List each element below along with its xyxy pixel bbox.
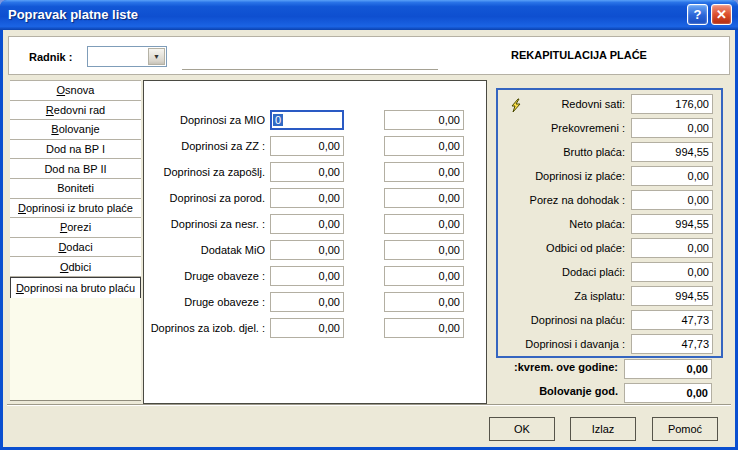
close-icon[interactable]: ✕ <box>711 4 732 25</box>
field-label: Druge obaveze : <box>144 270 270 282</box>
form-input[interactable]: 0,00 <box>270 292 344 312</box>
form-input[interactable]: 0 <box>270 110 344 130</box>
ok-button[interactable]: OK <box>489 417 555 441</box>
sidebar-item-porezi[interactable]: Porezi <box>10 218 141 238</box>
summary-row: Prekovremeni : 0,00 <box>498 118 721 137</box>
form-row: Druge obaveze : 0,00 0,00 <box>144 292 486 312</box>
form-input[interactable]: 0,00 <box>384 292 464 312</box>
summary-label: Doprinosi i davanja : <box>504 338 631 350</box>
sidebar: Osnova Redovni rad Bolovanje Dod na BP I… <box>10 80 141 401</box>
form-input[interactable]: 0,00 <box>384 110 464 130</box>
summary-label: Neto plaća: <box>504 218 631 230</box>
form-input[interactable]: 0,00 <box>270 266 344 286</box>
summary-row: Odbici od plaće: 0,00 <box>498 238 721 257</box>
selected-text: 0 <box>273 114 283 126</box>
recap-panel: Redovni sati: 176,00 Prekovremeni : 0,00… <box>496 88 723 358</box>
summary-value[interactable]: 0,00 <box>631 238 713 258</box>
summary-row: Doprinosi na plaću: 47,73 <box>498 310 721 329</box>
izlaz-button[interactable]: Izlaz <box>570 417 636 441</box>
sidebar-item-doprinosi-iz-bruto-place[interactable]: Doprinosi iz bruto plaće <box>10 199 141 219</box>
summary-label: Za isplatu: <box>504 290 631 302</box>
summary-label: Prekovremeni : <box>504 122 631 134</box>
summary-value[interactable]: 0,00 <box>631 190 713 210</box>
summary-label: Doprinosi iz plaće: <box>504 170 631 182</box>
sidebar-item-boniteti[interactable]: Boniteti <box>10 179 141 199</box>
prekovremeni-godine-value[interactable]: 0,00 <box>624 359 712 379</box>
form-row: Doprinosi za MIO 0 0,00 <box>144 110 486 130</box>
summary-value[interactable]: 994,55 <box>631 214 713 234</box>
dialog-body: Radnik : ▼ REKAPITULACIJA PLAĆE Osnova R… <box>3 30 735 447</box>
summary-value[interactable]: 0,00 <box>631 118 713 138</box>
summary-value[interactable]: 994,55 <box>631 142 713 162</box>
summary-label: Odbici od plaće: <box>504 242 631 254</box>
summary-label: Porez na dohodak : <box>504 194 631 206</box>
form-input[interactable]: 0,00 <box>384 214 464 234</box>
radnik-name-underline <box>182 69 438 70</box>
form-input[interactable]: 0,00 <box>270 318 344 338</box>
summary-value[interactable]: 0,00 <box>631 166 713 186</box>
form-row: Doprinosi za ZZ : 0,00 0,00 <box>144 136 486 156</box>
field-label: Doprinos za izob. djel. : <box>144 322 270 334</box>
summary-row: Dodaci plaći: 0,00 <box>498 262 721 281</box>
form-row: Doprinos za izob. djel. : 0,00 0,00 <box>144 318 486 338</box>
sidebar-item-odbici[interactable]: Odbici <box>10 257 141 277</box>
form-row: Dodatak MiO 0,00 0,00 <box>144 240 486 260</box>
sidebar-item-osnova[interactable]: Osnova <box>10 81 141 101</box>
summary-row: Porez na dohodak : 0,00 <box>498 190 721 209</box>
summary-value[interactable]: 47,73 <box>631 310 713 330</box>
title-bar[interactable]: Popravak platne liste ? ✕ <box>0 0 738 30</box>
sidebar-item-dodaci[interactable]: Dodaci <box>10 238 141 258</box>
window-title: Popravak platne liste <box>8 7 684 22</box>
form-input[interactable]: 0,00 <box>384 162 464 182</box>
field-label: Doprinosi za MIO <box>144 114 270 126</box>
help-icon[interactable]: ? <box>687 4 708 25</box>
summary-label: Brutto plaća: <box>504 146 631 158</box>
summary-value[interactable]: 47,73 <box>631 334 713 354</box>
recap-title: REKAPITULACIJA PLAĆE <box>479 49 679 61</box>
form-row: Doprinosi za zapošlj. 0,00 0,00 <box>144 162 486 182</box>
field-label: Druge obaveze : <box>144 296 270 308</box>
form-input[interactable]: 0,00 <box>384 266 464 286</box>
summary-label: Redovni sati: <box>504 98 631 110</box>
radnik-combobox[interactable]: ▼ <box>87 46 167 67</box>
bolovanje-godine-value[interactable]: 0,00 <box>624 383 712 403</box>
summary-label: Doprinosi na plaću: <box>504 314 631 326</box>
form-input[interactable]: 0,00 <box>384 240 464 260</box>
form-input[interactable]: 0,00 <box>270 214 344 234</box>
lightning-icon <box>509 98 522 113</box>
summary-value[interactable]: 994,55 <box>631 286 713 306</box>
sidebar-item-bolovanje[interactable]: Bolovanje <box>10 120 141 140</box>
chevron-down-icon[interactable]: ▼ <box>148 48 165 65</box>
prekovremeni-godine-label: :kvrem. ove godine: <box>433 361 618 373</box>
summary-value[interactable]: 0,00 <box>631 262 713 282</box>
summary-row: Redovni sati: 176,00 <box>498 94 721 113</box>
sidebar-item-doprinosi-na-bruto-placu[interactable]: Doprinosi na bruto plaću <box>10 277 141 298</box>
form-row: Doprinosi za porod. 0,00 0,00 <box>144 188 486 208</box>
form-input[interactable]: 0,00 <box>270 188 344 208</box>
summary-label: Dodaci plaći: <box>504 266 631 278</box>
header-panel: Radnik : ▼ REKAPITULACIJA PLAĆE <box>8 36 730 75</box>
summary-row: Doprinosi iz plaće: 0,00 <box>498 166 721 185</box>
form-input[interactable]: 0,00 <box>270 162 344 182</box>
radnik-combobox-value <box>91 50 146 65</box>
form-input[interactable]: 0,00 <box>270 240 344 260</box>
form-row: Druge obaveze : 0,00 0,00 <box>144 266 486 286</box>
bolovanje-godine-label: Bolovanje god. <box>433 385 618 397</box>
field-label: Doprinosi za nesr. : <box>144 218 270 230</box>
summary-row: Doprinosi i davanja : 47,73 <box>498 334 721 353</box>
field-label: Doprinosi za ZZ : <box>144 140 270 152</box>
form-input[interactable]: 0,00 <box>384 136 464 156</box>
summary-value[interactable]: 176,00 <box>631 94 713 114</box>
field-label: Doprinosi za zapošlj. <box>144 166 270 178</box>
form-input[interactable]: 0,00 <box>384 318 464 338</box>
summary-row: Neto plaća: 994,55 <box>498 214 721 233</box>
sidebar-item-dod-na-bp-i[interactable]: Dod na BP I <box>10 140 141 160</box>
form-input[interactable]: 0,00 <box>384 188 464 208</box>
radnik-label: Radnik : <box>29 48 72 66</box>
sidebar-item-dod-na-bp-ii[interactable]: Dod na BP II <box>10 159 141 179</box>
active-tab-fill <box>10 298 141 401</box>
sidebar-item-redovni-rad[interactable]: Redovni rad <box>10 101 141 121</box>
summary-row: Brutto plaća: 994,55 <box>498 142 721 161</box>
form-input[interactable]: 0,00 <box>270 136 344 156</box>
pomoc-button[interactable]: Pomoć <box>652 417 718 441</box>
